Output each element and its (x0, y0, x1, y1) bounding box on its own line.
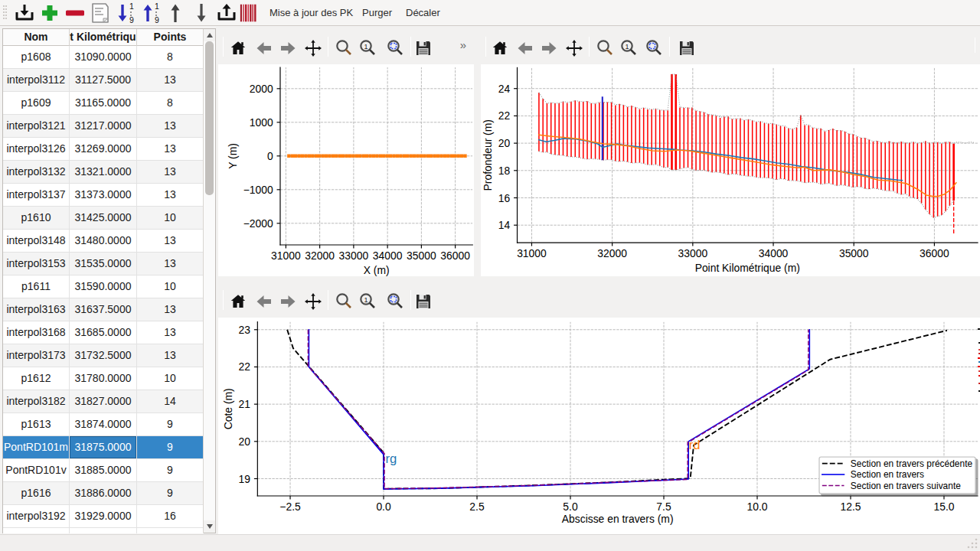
svg-text:32000: 32000 (597, 247, 627, 259)
svg-text:24: 24 (498, 83, 511, 95)
svg-text:35000: 35000 (839, 247, 869, 259)
svg-text:34000: 34000 (759, 247, 789, 259)
svg-text:2.5: 2.5 (469, 500, 485, 513)
svg-text:12.5: 12.5 (840, 500, 861, 513)
svg-text:31000: 31000 (271, 249, 301, 262)
svg-text:Section en travers: Section en travers (851, 469, 924, 480)
svg-text:15.0: 15.0 (933, 500, 954, 513)
svg-text:Profondeur (m): Profondeur (m) (482, 119, 494, 191)
svg-text:1: 1 (364, 296, 368, 304)
svg-text:7.5: 7.5 (656, 500, 671, 513)
svg-text:33000: 33000 (339, 249, 369, 262)
svg-text:1: 1 (625, 43, 629, 51)
svg-text:36000: 36000 (440, 249, 470, 262)
svg-text:Point Kilométrique (m): Point Kilométrique (m) (695, 262, 800, 274)
svg-text:14: 14 (498, 219, 511, 231)
svg-text:20: 20 (239, 435, 251, 448)
svg-text:22: 22 (498, 109, 511, 122)
svg-text:X (m): X (m) (364, 264, 390, 276)
svg-text:Cote (m): Cote (m) (222, 388, 234, 429)
svg-text:Section en travers suivante: Section en travers suivante (851, 481, 961, 491)
svg-text:23: 23 (239, 324, 251, 336)
svg-text:22: 22 (239, 360, 251, 373)
svg-text:20: 20 (498, 137, 511, 149)
svg-text:33000: 33000 (678, 247, 708, 259)
svg-text:5.0: 5.0 (563, 500, 578, 513)
svg-text:rg: rg (385, 452, 397, 466)
svg-text:32000: 32000 (305, 249, 335, 262)
svg-text:21: 21 (239, 398, 251, 410)
svg-text:0.0: 0.0 (376, 500, 391, 513)
svg-text:10.0: 10.0 (746, 500, 767, 513)
svg-text:1000: 1000 (250, 116, 273, 129)
svg-text:Section en travers précédente: Section en travers précédente (851, 458, 973, 469)
svg-text:0: 0 (267, 150, 273, 162)
svg-text:1: 1 (155, 2, 159, 11)
svg-text:9: 9 (155, 15, 159, 24)
svg-text:Y (m): Y (m) (227, 143, 239, 169)
svg-text:1: 1 (364, 43, 368, 51)
svg-text:−1000: −1000 (243, 184, 273, 196)
svg-text:2000: 2000 (250, 83, 273, 95)
svg-text:36000: 36000 (920, 247, 949, 259)
svg-text:Abscisse en travers (m): Abscisse en travers (m) (562, 513, 674, 525)
svg-text:34000: 34000 (373, 249, 403, 262)
svg-text:rd: rd (689, 438, 701, 452)
svg-text:31000: 31000 (517, 247, 547, 259)
svg-text:16: 16 (498, 192, 511, 204)
svg-text:18: 18 (498, 165, 511, 177)
svg-text:9: 9 (129, 15, 134, 24)
svg-text:35000: 35000 (407, 249, 436, 262)
svg-text:−2000: −2000 (243, 217, 273, 230)
svg-text:1: 1 (129, 2, 134, 11)
svg-text:19: 19 (239, 473, 251, 485)
svg-text:−2.5: −2.5 (279, 500, 301, 513)
